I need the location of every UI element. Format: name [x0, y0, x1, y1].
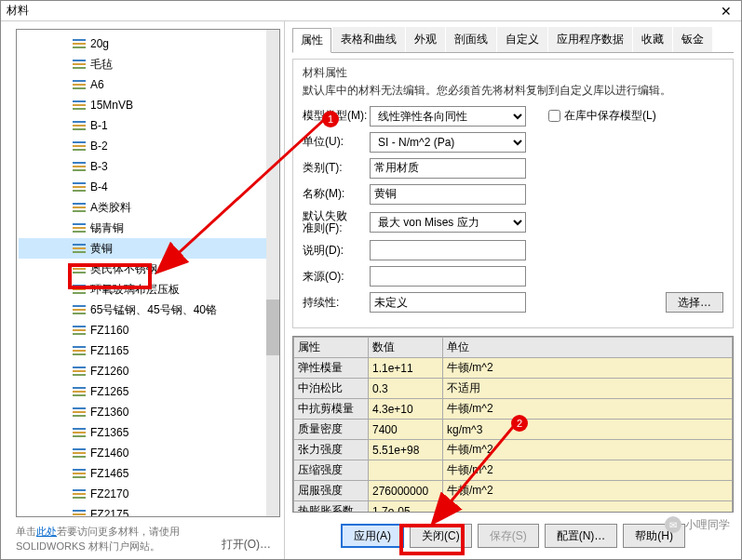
svg-rect-53 — [73, 394, 86, 396]
tree-item-material[interactable]: 锡青铜 — [19, 218, 277, 238]
name-input[interactable] — [370, 184, 526, 205]
tab-7[interactable]: 钣金 — [673, 27, 712, 52]
unit-select[interactable]: SI - N/m^2 (Pa) — [370, 132, 526, 153]
tree-item-material[interactable]: B-4 — [19, 177, 277, 197]
tree-item-material[interactable]: FZ2170 — [19, 484, 277, 504]
material-icon — [73, 140, 86, 152]
cell-value[interactable]: 5.51e+98 — [369, 440, 443, 460]
material-icon — [73, 447, 86, 459]
svg-rect-9 — [73, 100, 86, 102]
tree-item-material[interactable]: A6 — [19, 74, 277, 95]
sustain-input[interactable] — [370, 292, 526, 313]
material-icon — [73, 243, 86, 254]
cell-unit: 牛顿/m^2 — [443, 399, 733, 420]
table-row[interactable]: 弹性模量1.1e+11牛顿/m^2 — [294, 358, 733, 379]
tab-6[interactable]: 收藏 — [633, 27, 672, 52]
svg-rect-32 — [73, 251, 86, 253]
tree-item-material[interactable]: FZ1260 — [19, 361, 277, 381]
svg-rect-46 — [73, 350, 86, 352]
table-row[interactable]: 热膨胀系数1.7e-05/K — [294, 501, 733, 513]
cell-value[interactable]: 276000000 — [369, 481, 443, 501]
tree-item-material[interactable]: B-2 — [19, 136, 277, 156]
svg-rect-43 — [73, 329, 86, 331]
material-icon — [73, 59, 86, 70]
table-row[interactable]: 中抗剪模量4.3e+10牛顿/m^2 — [294, 399, 733, 420]
apply-button[interactable]: 应用(A) — [341, 524, 404, 548]
unit-label: 单位(U): — [303, 134, 370, 150]
tree-scrollbar[interactable] — [266, 30, 279, 516]
tree-item-material[interactable]: 奥氏体不锈钢 — [19, 259, 277, 279]
save-in-lib-checkbox[interactable]: 在库中保存模型(L) — [545, 107, 656, 125]
svg-rect-17 — [73, 149, 86, 151]
sustain-select-button[interactable]: 选择… — [666, 292, 723, 313]
save-button[interactable]: 保存(S) — [478, 524, 539, 548]
material-icon — [73, 407, 86, 418]
model-type-select[interactable]: 线性弹性各向同性 — [370, 106, 526, 127]
description-input[interactable] — [370, 240, 526, 260]
tree-item-material[interactable]: 20g — [19, 33, 277, 54]
table-row[interactable]: 张力强度5.51e+98牛顿/m^2 — [294, 440, 733, 460]
category-input[interactable] — [370, 158, 526, 179]
tree-item-material[interactable]: 黄铜 — [19, 238, 277, 259]
left-panel: 20g毛毡A615MnVBB-1B-2B-3B-4A类胶料锡青铜黄铜奥氏体不锈钢… — [1, 21, 285, 559]
tree-item-material[interactable]: FZ2175 — [19, 504, 277, 517]
tree-item-material[interactable]: 15MnVB — [19, 95, 277, 115]
material-icon — [73, 263, 86, 274]
material-icon — [73, 509, 86, 517]
close-button[interactable]: 关闭(C) — [410, 524, 472, 548]
tree-item-material[interactable]: 环氧玻璃布层压板 — [19, 279, 277, 300]
tree-item-material[interactable]: FZ1460 — [19, 443, 277, 463]
tree-item-material[interactable]: FZ1360 — [19, 402, 277, 422]
failure-label: 默认失败准则(F): — [303, 210, 370, 234]
tree-item-material[interactable]: 毛毡 — [19, 54, 277, 74]
tree-item-material[interactable]: 65号锰钢、45号钢、40铬 — [19, 300, 277, 320]
tree-item-material[interactable]: FZ1160 — [19, 320, 277, 340]
tab-5[interactable]: 应用程序数据 — [548, 27, 632, 52]
cell-value[interactable]: 7400 — [369, 420, 443, 440]
material-icon — [73, 345, 86, 356]
tree-item-material[interactable]: FZ1465 — [19, 463, 277, 484]
close-icon[interactable]: ✕ — [717, 4, 735, 19]
svg-rect-34 — [73, 268, 86, 270]
tree-item-label: FZ1260 — [90, 365, 128, 378]
cell-value[interactable]: 0.3 — [369, 379, 443, 399]
tab-3[interactable]: 剖面线 — [446, 27, 496, 52]
source-input[interactable] — [370, 266, 526, 287]
tab-4[interactable]: 自定义 — [497, 27, 547, 52]
svg-rect-15 — [73, 141, 86, 143]
material-icon — [73, 161, 86, 172]
config-button[interactable]: 配置(N)… — [545, 524, 618, 548]
more-materials-link[interactable]: 此处 — [36, 526, 57, 537]
tree-item-label: FZ1365 — [90, 426, 128, 439]
material-icon — [73, 427, 86, 438]
titlebar: 材料 ✕ — [1, 1, 741, 21]
svg-rect-8 — [73, 87, 86, 89]
th-value: 数值 — [369, 338, 443, 358]
open-button[interactable]: 打开(O)… — [216, 536, 277, 553]
cell-value[interactable] — [369, 460, 443, 481]
svg-rect-22 — [73, 186, 86, 188]
cell-value[interactable]: 1.1e+11 — [369, 358, 443, 379]
failure-select[interactable]: 最大 von Mises 应力 — [370, 212, 526, 233]
tree-item-material[interactable]: A类胶料 — [19, 197, 277, 218]
table-row[interactable]: 质量密度7400kg/m^3 — [294, 420, 733, 440]
tab-0[interactable]: 属性 — [292, 28, 331, 53]
tree-item-material[interactable]: FZ1365 — [19, 422, 277, 443]
tree-item-material[interactable]: FZ1165 — [19, 340, 277, 361]
material-tree[interactable]: 20g毛毡A615MnVBB-1B-2B-3B-4A类胶料锡青铜黄铜奥氏体不锈钢… — [16, 29, 280, 517]
tree-item-material[interactable]: FZ1265 — [19, 381, 277, 402]
material-icon — [73, 222, 86, 233]
tab-1[interactable]: 表格和曲线 — [332, 27, 405, 52]
tree-item-material[interactable]: B-3 — [19, 156, 277, 177]
table-row[interactable]: 屈服强度276000000牛顿/m^2 — [294, 481, 733, 501]
cell-value[interactable]: 4.3e+10 — [369, 399, 443, 420]
svg-rect-13 — [73, 125, 86, 127]
table-row[interactable]: 中泊松比0.3不适用 — [294, 379, 733, 399]
table-row[interactable]: 压缩强度牛顿/m^2 — [294, 460, 733, 481]
tree-item-label: 锡青铜 — [90, 220, 124, 236]
tree-item-label: B-2 — [90, 140, 108, 153]
material-icon — [73, 325, 86, 336]
tab-2[interactable]: 外观 — [406, 27, 445, 52]
cell-value[interactable]: 1.7e-05 — [369, 501, 443, 513]
tree-item-material[interactable]: B-1 — [19, 115, 277, 136]
